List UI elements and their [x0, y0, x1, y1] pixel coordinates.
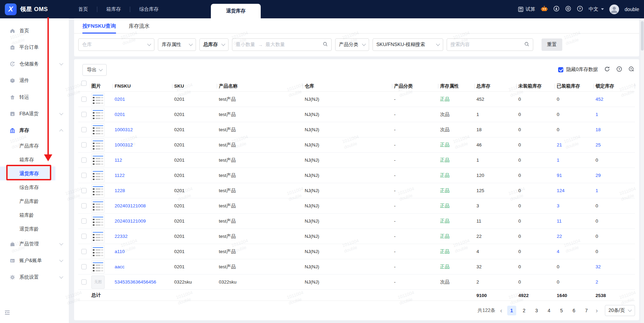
qty-link[interactable]: 452	[596, 97, 603, 102]
column-header[interactable]: 已装箱库存	[555, 81, 593, 92]
qty-link[interactable]: 124	[557, 188, 565, 193]
row-checkbox[interactable]	[81, 127, 87, 132]
row-checkbox[interactable]	[81, 158, 87, 163]
fnsku-link[interactable]: 5345353636456456	[115, 279, 156, 285]
search-input[interactable]: 搜索内容	[447, 38, 533, 51]
scrollbar[interactable]	[641, 18, 644, 323]
qty-link[interactable]: 1	[596, 112, 598, 117]
total-stock-select[interactable]: 总库存	[199, 38, 229, 51]
quantity-range-input[interactable]: 最小数量 → 最大数量	[232, 38, 332, 51]
product-thumbnail[interactable]	[91, 230, 105, 243]
robot-icon[interactable]	[541, 5, 548, 13]
row-checkbox[interactable]	[81, 279, 87, 285]
column-header[interactable]: SKU	[172, 81, 217, 92]
page-number[interactable]: 5	[557, 306, 566, 315]
fnsku-link[interactable]: 112	[115, 158, 122, 163]
fnsku-link[interactable]: 1122	[115, 173, 125, 178]
sidebar-item[interactable]: 转运	[0, 89, 69, 106]
sidebar-subitem[interactable]: 箱库存	[0, 153, 69, 167]
select-all-checkbox[interactable]	[78, 81, 89, 92]
sidebar-item[interactable]: 库存	[0, 122, 69, 139]
row-checkbox[interactable]	[81, 188, 87, 193]
qty-link[interactable]: 4	[557, 249, 560, 254]
fnsku-link[interactable]: 1228	[115, 188, 125, 193]
column-header[interactable]: 图片	[89, 81, 113, 92]
row-checkbox[interactable]	[81, 203, 87, 208]
fnsku-link[interactable]: 0201	[115, 112, 125, 117]
column-header[interactable]: 产品名称	[217, 81, 303, 92]
page-number[interactable]: 4	[545, 306, 554, 315]
column-header[interactable]: 总库存	[474, 81, 516, 92]
column-settings-icon[interactable]	[628, 66, 634, 73]
sidebar-item[interactable]: 退件	[0, 72, 69, 89]
row-checkbox[interactable]	[81, 249, 87, 254]
download-icon[interactable]	[553, 6, 560, 13]
column-header[interactable]: 仓库	[303, 81, 392, 92]
qty-link[interactable]: 29	[596, 173, 601, 178]
qty-link[interactable]: 22	[557, 234, 562, 239]
qty-link[interactable]: 2	[596, 279, 598, 285]
qty-link[interactable]: 32	[596, 264, 601, 269]
export-button[interactable]: 导出	[82, 64, 107, 76]
avatar[interactable]	[609, 5, 619, 14]
sidebar-item[interactable]: a FBA退货	[0, 106, 69, 122]
fnsku-link[interactable]: 0201	[115, 97, 125, 102]
column-header[interactable]: 库存属性	[438, 81, 474, 92]
row-checkbox[interactable]	[81, 97, 87, 102]
page-number[interactable]: 7	[582, 306, 591, 315]
product-thumbnail[interactable]	[91, 245, 105, 258]
page-number[interactable]: 3	[532, 306, 541, 315]
sidebar-item[interactable]: 平台订单	[0, 39, 69, 56]
fnsku-link[interactable]: 202403121008	[115, 203, 146, 208]
product-thumbnail[interactable]	[91, 184, 105, 197]
sidebar-item[interactable]: 系统设置	[0, 269, 69, 286]
sidebar-item[interactable]: $= 账户&账单	[0, 252, 69, 269]
product-thumbnail[interactable]	[91, 123, 105, 136]
product-thumbnail[interactable]	[91, 199, 105, 213]
topnav-tab[interactable]: 综合库存	[130, 6, 168, 12]
qty-link[interactable]: 1	[557, 158, 560, 163]
help-icon[interactable]: ?	[616, 66, 622, 73]
scrollbar-thumb[interactable]	[641, 21, 644, 51]
search-icon[interactable]	[323, 42, 328, 48]
sidebar-subitem[interactable]: 综合库存	[0, 180, 69, 194]
fnsku-link[interactable]: 1000312	[115, 127, 133, 132]
fnsku-link[interactable]: aacc	[115, 264, 125, 269]
gear-icon[interactable]	[565, 6, 571, 13]
column-header[interactable]: 未装箱库存	[516, 81, 555, 92]
sidebar-subitem[interactable]: 产品库龄	[0, 194, 69, 208]
fnsku-link[interactable]: a110	[115, 249, 125, 254]
sidebar-subitem[interactable]: 产品库存	[0, 139, 69, 153]
sidebar-item[interactable]: 仓储服务	[0, 56, 69, 72]
column-header[interactable]: 锁定库存	[593, 81, 635, 92]
hide-zero-stock-toggle[interactable]: 隐藏0库存数据	[558, 66, 598, 73]
page-size-select[interactable]: 20条/页	[605, 305, 635, 316]
fnsku-link[interactable]: 22332	[115, 234, 128, 239]
warehouse-select[interactable]: 仓库	[78, 38, 154, 51]
category-select[interactable]: 产品分类	[335, 38, 369, 51]
collapse-sidebar-icon[interactable]	[4, 309, 10, 317]
hide-zero-checkbox[interactable]	[558, 67, 563, 72]
column-header[interactable]: 产品分类	[392, 81, 438, 92]
column-header[interactable]: FNSKU	[113, 81, 172, 92]
product-thumbnail[interactable]	[91, 138, 105, 152]
fnsku-link[interactable]: 1000312	[115, 142, 133, 147]
product-thumbnail[interactable]	[91, 108, 105, 121]
row-checkbox[interactable]	[81, 112, 87, 117]
search-type-select[interactable]: SKU/FNSKU-模糊搜索	[373, 38, 443, 51]
row-checkbox[interactable]	[81, 234, 87, 239]
sidebar-subitem[interactable]: 退货库龄	[0, 222, 69, 236]
sidebar-item[interactable]: 产品管理	[0, 236, 69, 252]
reset-button[interactable]: 重置	[542, 38, 562, 51]
qty-link[interactable]: 1	[596, 188, 598, 193]
search-icon[interactable]	[524, 42, 529, 48]
next-page-icon[interactable]: ›	[594, 307, 599, 314]
qty-link[interactable]: 25	[596, 142, 601, 147]
sidebar-item[interactable]: 首页	[0, 23, 69, 39]
page-number-active[interactable]: 1	[507, 306, 516, 315]
sidebar-subitem[interactable]: 箱库龄	[0, 208, 69, 222]
language-switcher[interactable]: 中文	[589, 6, 604, 12]
row-checkbox[interactable]	[81, 142, 87, 147]
page-number[interactable]: 2	[520, 306, 529, 315]
sidebar-subitem-active[interactable]: 退货库存	[0, 167, 55, 180]
